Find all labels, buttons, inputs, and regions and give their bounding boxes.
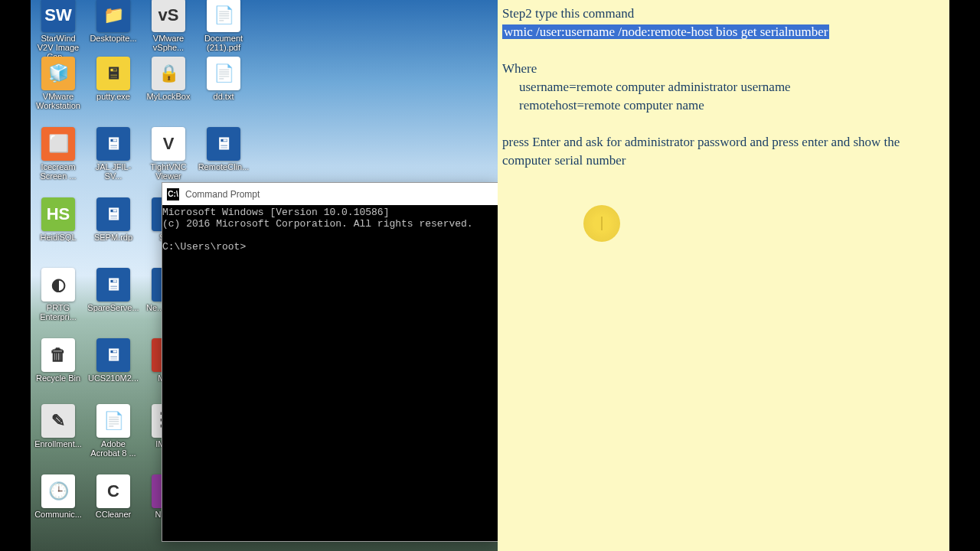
desktop-icon-label: HeidiSQL [32, 233, 84, 242]
command-prompt-titlebar[interactable]: C:\ Command Prompt [162, 183, 498, 205]
desktop-icon[interactable]: ✎Enrollment... [32, 404, 84, 448]
app-icon: 🗑 [41, 338, 75, 372]
desktop-icon[interactable]: 🗑Recycle Bin [32, 338, 84, 383]
desktop-icon-label: Adobe Acrobat 8 ... [87, 439, 139, 458]
desktop-icon[interactable]: ◐PRTG Enterpri... [32, 268, 84, 321]
desktop-icon-label: VMware vSphe... [142, 34, 194, 52]
desktop-icon[interactable]: 📄dd.txt [198, 57, 250, 101]
desktop-icon-label: dd.txt [198, 92, 250, 101]
desktop-icon[interactable]: ⬜Icecream Screen ... [32, 127, 84, 181]
note-line-username: username=remote computer administrator u… [502, 78, 945, 96]
desktop-icon-label: RemoteClin... [198, 162, 250, 171]
app-icon: ◐ [41, 268, 75, 302]
command-prompt-window[interactable]: C:\ Command Prompt Microsoft Windows [Ve… [162, 182, 498, 542]
app-icon: vS [152, 0, 185, 32]
desktop-icon[interactable]: 📄Document (211).pdf [198, 0, 250, 52]
desktop-icon[interactable]: 🕒Communic... [32, 474, 84, 519]
app-icon: C [96, 474, 130, 508]
desktop-icon[interactable]: 🖥putty.exe [87, 57, 139, 101]
app-icon: 📄 [96, 404, 130, 438]
app-icon: 🖥 [96, 197, 130, 231]
desktop-icon[interactable]: 📁Desktopite... [87, 0, 139, 43]
desktop-icon-label: PRTG Enterpri... [32, 303, 84, 321]
desktop-icon[interactable]: 🖥SEPM.rdp [87, 197, 139, 242]
desktop-icon-label: Desktopite... [87, 34, 139, 43]
desktop-icon[interactable]: 🖥SpareServe... [87, 268, 139, 312]
highlighted-command: wmic /user:username /node:remote-host bi… [502, 24, 829, 39]
app-icon: 🖥 [207, 127, 240, 161]
desktop-icon[interactable]: 🖥RemoteClin... [198, 127, 250, 171]
app-icon: ✎ [41, 404, 75, 438]
desktop-icon-label: SEPM.rdp [87, 233, 139, 242]
letterbox-right [949, 0, 980, 551]
desktop-icon-label: CCleaner [87, 510, 139, 519]
desktop-icon[interactable]: CCCleaner [87, 474, 139, 519]
desktop-icon[interactable]: 🧊VMware Workstation [32, 57, 84, 110]
app-icon: 🕒 [41, 474, 75, 508]
desktop-icon-label: JAL JFIL-SV... [87, 162, 139, 181]
app-icon: V [152, 127, 185, 161]
app-icon: 🔒 [152, 57, 185, 90]
desktop-icon[interactable]: 🖥UCS210M2... [87, 338, 139, 383]
app-icon: 🖥 [96, 127, 130, 161]
app-icon: 🖥 [96, 268, 130, 302]
command-prompt-body[interactable]: Microsoft Windows [Version 10.0.10586] (… [162, 205, 498, 541]
desktop-icon-label: SpareServe... [87, 303, 139, 312]
app-icon: 📁 [96, 0, 130, 32]
desktop-icon[interactable]: vSVMware vSphe... [142, 0, 194, 52]
screen: SWStarWind V2V Image Con...📁Desktopite..… [0, 0, 980, 551]
desktop-icon-label: Document (211).pdf [198, 34, 250, 52]
note-line-step: Step2 type this command [502, 5, 945, 23]
desktop-icon-label: VMware Workstation [32, 92, 84, 110]
desktop-icon[interactable]: VTightVNC Viewer [142, 127, 194, 181]
desktop-icon-label: Icecream Screen ... [32, 162, 84, 181]
desktop-icon[interactable]: HSHeidiSQL [32, 197, 84, 242]
note-line-where: Where [502, 60, 945, 78]
desktop-icon[interactable]: SWStarWind V2V Image Con... [32, 0, 84, 61]
desktop-icon-label: TightVNC Viewer [142, 162, 194, 181]
desktop-icon[interactable]: 🔒MyLockBox [142, 57, 194, 101]
desktop-icon-label: UCS210M2... [87, 373, 139, 383]
app-icon: 📄 [207, 0, 240, 32]
note-line-remotehost: remotehost=remote computer name [502, 96, 945, 115]
sticky-note[interactable]: Step2 type this command wmic /user:usern… [498, 0, 949, 551]
note-line-command: wmic /user:username /node:remote-host bi… [502, 23, 945, 41]
app-icon: SW [41, 0, 75, 32]
desktop-icon-label: putty.exe [87, 92, 139, 101]
desktop-icon-label: Enrollment... [32, 439, 84, 448]
desktop-icon[interactable]: 🖥JAL JFIL-SV... [87, 127, 139, 181]
desktop-icon[interactable]: 📄Adobe Acrobat 8 ... [87, 404, 139, 458]
app-icon: ⬜ [41, 127, 75, 161]
cursor-highlight-icon [583, 205, 620, 242]
app-icon: 🖥 [96, 338, 130, 372]
window-title: Command Prompt [185, 189, 260, 200]
note-line-instruction: press Enter and ask for administrator pa… [502, 133, 945, 170]
desktop-icon-label: Communic... [32, 510, 84, 519]
cmd-icon: C:\ [167, 188, 179, 201]
letterbox-left [0, 0, 31, 551]
desktop-icon-label: Recycle Bin [32, 373, 84, 383]
desktop-icon-label: MyLockBox [142, 92, 194, 101]
app-icon: 🖥 [96, 57, 130, 90]
app-icon: 🧊 [41, 57, 75, 90]
app-icon: 📄 [207, 57, 240, 90]
app-icon: HS [41, 197, 75, 231]
